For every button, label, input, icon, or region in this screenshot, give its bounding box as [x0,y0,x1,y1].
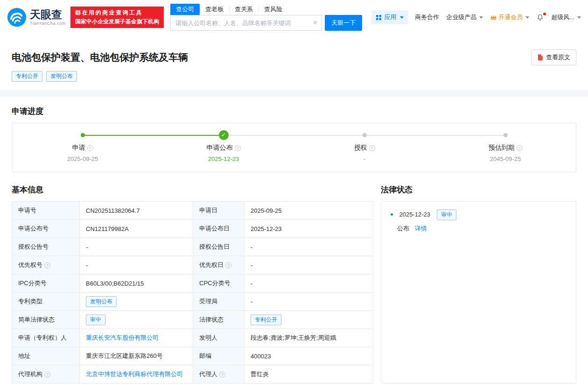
info-value: - [245,238,373,256]
tab-search-company[interactable]: 查公司 [170,4,200,15]
info-label: IPC分类号 [12,274,80,293]
step-label: 授权 [354,144,367,152]
vip-label: 开通会员 [498,13,523,21]
simple-legal-status-tag: 审中 [86,315,105,325]
info-value: B60L3/00;B62D21/15 [80,274,193,293]
info-label: 代理人 [193,365,245,384]
chevron-down-icon [525,16,529,19]
search-area: 查公司 查老板 查关系 查风险 天眼一下 [170,4,362,31]
help-icon[interactable] [235,145,241,151]
help-icon[interactable] [44,262,50,268]
legal-status-detail-link[interactable]: 详情 [415,225,427,232]
nav-business-cooperation[interactable]: 商务合作 [415,13,439,21]
info-label: 优先权号 [12,256,80,274]
main-content: 申请进度 申请 2025-09-25 申请公布 2025-12-23 授权 [0,97,588,384]
title-tags: 专利公开 发明公布 [12,71,576,82]
notification-dot [543,13,546,15]
info-value: 发明公布 [80,293,193,311]
table-row: 优先权号 - 优先权日 - [12,256,373,274]
info-value: CN202511382064.7 [80,202,193,220]
step-date: 2025-12-23 [208,155,239,162]
step-date: - [364,155,365,162]
table-row: 申请（专利权）人 重庆长安汽车股份有限公司 发明人 段志春;龚波;罗坤;王焕芳;… [12,329,373,347]
close-icon[interactable] [313,19,317,27]
page: 天眼查 TianYanCha.com 都在用的商业查询工具 国家中小企业发展子基… [0,0,588,385]
nav-open-vip[interactable]: 开通会员 [490,13,529,21]
progress-timeline: 申请 2025-09-25 申请公布 2025-12-23 授权 - 预估到期 … [12,123,576,172]
legal-status-item-tag: 审中 [437,210,456,220]
legal-status-date: 2025-12-23 [399,211,430,218]
help-icon[interactable] [44,371,50,378]
search-tabs: 查公司 查老板 查关系 查风险 [170,4,362,15]
basic-info-heading: 基本信息 [12,184,373,195]
super-risk-label: 超级风... [551,13,574,21]
legal-status-section: 法律状态 2025-12-23 审中 公布 详情 [381,184,576,384]
help-icon[interactable] [517,145,523,151]
help-icon[interactable] [219,371,225,378]
info-label: 优先权日 [193,256,245,274]
info-label: 简单法律状态 [12,311,80,329]
applicant-link[interactable]: 重庆长安汽车股份有限公司 [86,334,159,341]
tag-invention-publication: 发明公布 [46,71,77,82]
view-original-button[interactable]: 查看原文 [531,49,576,65]
table-row: 申请公布号 CN121179982A 申请公布日 2025-12-23 [12,220,373,238]
tab-search-relation[interactable]: 查关系 [229,4,259,15]
search-button[interactable]: 天眼一下 [325,15,362,31]
slogan-line2: 国家中小企业发展子基金旗下机构 [75,17,159,26]
step-dot-done [81,133,85,137]
info-label: 受理局 [193,293,245,311]
step-label: 申请 [72,144,85,152]
basic-info-section: 基本信息 申请号 CN202511382064.7 申请日 2025-09-25… [12,184,373,384]
info-value: 重庆长安汽车股份有限公司 [80,329,193,347]
tab-search-boss[interactable]: 查老板 [200,4,229,15]
tab-search-risk[interactable]: 查风险 [259,4,288,15]
tianyancha-logo[interactable]: 天眼查 TianYanCha.com [7,7,66,27]
info-value: 北京中博世达专利商标代理有限公司 [80,365,193,384]
slogan-badge: 都在用的商业查询工具 国家中小企业发展子基金旗下机构 [70,7,164,28]
header-nav: 应用 商务合作 企业级产品 开通会员 [371,10,581,24]
legal-status-action: 公布 [397,225,409,232]
progress-step-apply: 申请 2025-09-25 [12,123,153,162]
patent-type-tag: 发明公布 [86,296,117,307]
table-row: 地址 重庆市江北区建新东路260号 邮编 400023 [12,347,373,365]
info-label: 法律状态 [193,311,245,329]
title-section: 电池包保护装置、电池包保护系统及车辆 查看原文 专利公开 发明公布 [0,34,588,90]
info-label: 邮编 [193,347,245,365]
agency-link[interactable]: 北京中博世达专利商标代理有限公司 [86,371,183,378]
basic-info-table: 申请号 CN202511382064.7 申请日 2025-09-25 申请公布… [12,201,373,384]
info-label: 申请日 [193,202,245,220]
info-value: 专利公开 [245,311,373,329]
info-label: 发明人 [193,329,245,347]
search-input[interactable] [170,15,322,31]
chevron-down-icon [400,16,404,19]
info-label: 代理机构 [12,365,80,384]
progress-step-grant: 授权 - [294,123,435,162]
nav-super-risk[interactable]: 超级风... [551,13,581,21]
search-box [170,15,322,31]
progress-step-publication: 申请公布 2025-12-23 [153,123,294,162]
progress-step-estimated-expiry: 预估到期 2045-09-25 [435,123,576,162]
help-icon[interactable] [87,145,93,151]
info-value: 段志春;龚波;罗坤;王焕芳;周迎娥 [245,329,373,347]
info-label: 地址 [12,347,80,365]
info-label: 申请公布日 [193,220,245,238]
info-value: 重庆市江北区建新东路260号 [80,347,193,365]
info-value: 曹红炎 [245,365,373,384]
info-value: 400023 [245,347,373,365]
table-row: 简单法律状态 审中 法律状态 专利公开 [12,311,373,329]
grid-icon [376,14,382,21]
nav-enterprise-products[interactable]: 企业级产品 [446,13,483,21]
apps-button[interactable]: 应用 [371,10,408,24]
table-row: 申请号 CN202511382064.7 申请日 2025-09-25 [12,202,373,220]
info-label: 申请号 [12,202,80,220]
slogan-line1: 都在用的商业查询工具 [75,8,159,17]
info-value: - [245,256,373,274]
info-value: - [80,256,193,274]
table-row: 代理机构 北京中博世达专利商标代理有限公司 代理人 曹红炎 [12,365,373,384]
table-row: IPC分类号 B60L3/00;B62D21/15 CPC分类号 - [12,274,373,293]
legal-status-item: 2025-12-23 审中 公布 详情 [391,210,567,233]
help-icon[interactable] [225,262,231,268]
progress-heading: 申请进度 [12,106,576,117]
help-icon[interactable] [369,145,375,151]
notification-bell-icon[interactable] [536,14,544,21]
